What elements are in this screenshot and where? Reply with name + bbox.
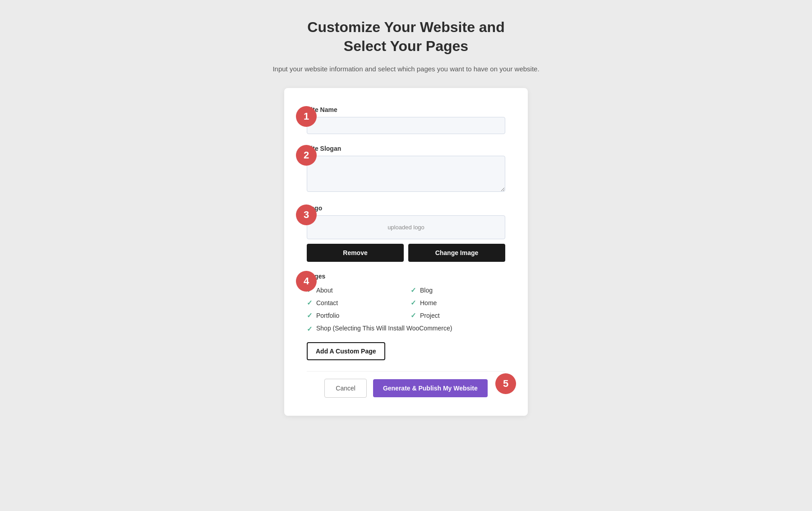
cancel-button[interactable]: Cancel <box>324 379 367 398</box>
page-label-contact: Contact <box>316 299 338 307</box>
form-card: 1 Site Name 2 Site Slogan 3 Logo uploade… <box>284 88 528 416</box>
logo-preview-text: uploaded logo <box>388 224 424 231</box>
check-icon-portfolio: ✓ <box>307 311 313 320</box>
logo-preview: uploaded logo <box>307 215 505 239</box>
pages-grid: ✓ About ✓ Blog ✓ Contact ✓ Home ✓ Portfo… <box>307 286 505 333</box>
site-name-section: 1 Site Name <box>307 106 505 134</box>
page-item-contact[interactable]: ✓ Contact <box>307 299 401 307</box>
step-badge-2: 2 <box>296 145 317 166</box>
site-slogan-label: Site Slogan <box>307 145 505 152</box>
logo-section: 3 Logo uploaded logo Remove Change Image <box>307 204 505 262</box>
check-icon-blog: ✓ <box>411 286 416 294</box>
page-item-blog[interactable]: ✓ Blog <box>411 286 505 294</box>
check-icon-home: ✓ <box>411 299 416 307</box>
page-item-shop[interactable]: ✓ Shop (Selecting This Will Install WooC… <box>307 324 505 333</box>
logo-label: Logo <box>307 204 505 212</box>
site-slogan-input[interactable] <box>307 156 505 192</box>
publish-button[interactable]: Generate & Publish My Website <box>373 379 488 397</box>
page-label-home: Home <box>420 299 437 307</box>
page-label-project: Project <box>420 312 440 319</box>
pages-section: 4 Pages ✓ About ✓ Blog ✓ Contact ✓ Home <box>307 273 505 360</box>
step-badge-1: 1 <box>296 106 317 127</box>
remove-button[interactable]: Remove <box>307 244 404 262</box>
change-image-button[interactable]: Change Image <box>408 244 505 262</box>
page-label-portfolio: Portfolio <box>316 312 339 319</box>
page-item-home[interactable]: ✓ Home <box>411 299 505 307</box>
page-header: Customize Your Website and Select Your P… <box>272 18 539 74</box>
pages-label: Pages <box>307 273 505 280</box>
site-slogan-section: 2 Site Slogan <box>307 145 505 194</box>
step-badge-5: 5 <box>495 373 516 394</box>
page-label-shop: Shop (Selecting This Will Install WooCom… <box>316 324 452 333</box>
card-footer: Cancel Generate & Publish My Website 5 <box>307 371 505 398</box>
logo-actions: Remove Change Image <box>307 244 505 262</box>
site-name-input[interactable] <box>307 117 505 134</box>
page-title: Customize Your Website and Select Your P… <box>272 18 539 56</box>
page-label-about: About <box>316 287 333 294</box>
check-icon-shop: ✓ <box>307 325 313 333</box>
check-icon-contact: ✓ <box>307 299 313 307</box>
page-item-portfolio[interactable]: ✓ Portfolio <box>307 311 401 320</box>
page-label-blog: Blog <box>420 287 433 294</box>
page-item-about[interactable]: ✓ About <box>307 286 401 294</box>
check-icon-project: ✓ <box>411 311 416 320</box>
step-badge-4: 4 <box>296 271 317 292</box>
page-subtitle: Input your website information and selec… <box>272 64 539 74</box>
site-name-label: Site Name <box>307 106 505 113</box>
step-badge-3: 3 <box>296 204 317 225</box>
add-custom-page-button[interactable]: Add A Custom Page <box>307 342 385 360</box>
page-item-project[interactable]: ✓ Project <box>411 311 505 320</box>
